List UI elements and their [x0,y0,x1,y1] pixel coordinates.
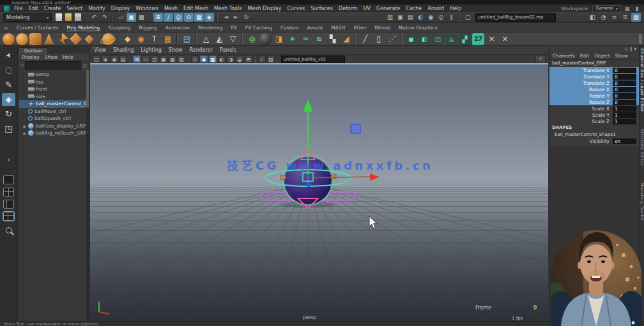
recent-tool-icon[interactable]: ✦ [2,156,15,165]
panel-menu-item[interactable]: Renderer [189,47,213,53]
undo-icon[interactable]: ↶ [89,13,99,22]
shaded-mode-icon[interactable]: ◆ [200,56,208,63]
channel-row[interactable]: Translate Y 0 [549,73,639,80]
menu-item[interactable]: UV [364,6,371,11]
panel-menu-item[interactable]: Show [169,47,183,53]
paint-select-tool-icon[interactable]: ✎ [2,78,15,91]
selection-component-mode-icon[interactable]: ▩ [137,13,146,22]
right-dock-tab[interactable]: Attribute Editor [640,129,644,166]
selection-box[interactable] [351,124,360,133]
open-scene-icon[interactable] [65,13,72,21]
panel-menu-item[interactable]: View [94,47,106,53]
menu-item[interactable]: Edit Mesh [183,6,208,11]
shelf-tab[interactable]: Custom [280,25,299,31]
outliner-item[interactable]: ballRig_noTouch_GRP [19,130,89,137]
menu-item[interactable]: Deform [339,6,358,11]
construction-history-icon[interactable]: ↻ [241,13,251,22]
outliner-item[interactable]: top [19,78,89,86]
layout-split-pane-button[interactable] [3,200,14,209]
sphere-ring-icon[interactable] [102,33,114,45]
separate-mesh-icon[interactable]: ◬ [445,33,457,45]
delete-edge-icon[interactable]: × [499,33,511,45]
file-node-icon[interactable]: ▤ [181,33,193,45]
ring-cv-handle-left[interactable] [280,175,286,179]
poly-bolt-icon[interactable] [56,33,68,45]
channel-speed-icon[interactable]: ∥ [630,47,632,52]
channel-value[interactable]: 0 [613,74,636,80]
poly-cube-icon[interactable] [29,33,42,45]
ipr-render-icon[interactable]: ▤ [406,13,415,22]
shelf-tab[interactable]: Sculpting [108,25,130,31]
menu-item[interactable]: Curves [287,6,305,11]
channel-value[interactable]: 1 [613,119,636,124]
channel-value[interactable]: 0 [613,68,636,73]
select-camera-icon[interactable]: ▢ [93,56,100,63]
poly-torus-icon[interactable] [84,34,93,43]
rotate-tool-icon[interactable]: ↻ [2,108,15,121]
camera-attributes-icon[interactable]: ◉ [111,56,118,63]
channel-value[interactable]: 1 [613,106,636,112]
channel-row[interactable]: Scale Z 1 [549,118,639,124]
bookmarks-icon[interactable]: ▤ [119,56,127,63]
menu-item[interactable]: Windows [135,6,158,11]
right-dock-tab[interactable]: Channel Box / Layer Editor [640,48,644,112]
safe-action-icon[interactable]: ▧ [178,56,185,63]
xgen-icon[interactable]: ∗ [286,33,298,45]
panel-menu-item[interactable]: Lighting [141,47,161,53]
channel-box-menu-item[interactable]: Show [615,53,628,59]
channel-display-mode-icon[interactable]: ▾ [634,47,636,52]
grid-toggle-icon[interactable]: ⊞ [133,56,141,63]
channel-value[interactable]: 0 [613,93,636,99]
workspace-grid-icon[interactable]: ▦ [624,6,631,11]
dashed-curve-icon[interactable]: ⋰ [386,33,398,45]
pause-viewport-icon[interactable]: ‖ [447,13,456,22]
menu-item[interactable]: Mesh [164,6,178,11]
triangulate-icon[interactable]: △ [200,33,212,45]
shelf-tab[interactable]: Rigging [139,25,157,31]
pencil-curve-icon[interactable]: ╱ [359,33,371,45]
channel-box-menu-item[interactable]: Object [594,53,610,59]
shelf-tab[interactable]: XGen [353,25,366,31]
boolean-union-icon[interactable]: ◼ [405,33,417,45]
nurbs-sphere-icon[interactable] [16,33,28,45]
xray-mode-icon[interactable]: ▨ [267,56,275,63]
shelf-tab[interactable]: Poly Modeling [67,25,100,31]
quadrangulate-icon[interactable]: ◭ [213,33,226,45]
snap-to-grid-icon[interactable]: ⊞ [153,13,163,22]
resolution-gate-icon[interactable]: ◫ [151,56,158,63]
panel-menu-item[interactable]: Shading [113,47,134,53]
layout-four-pane-button[interactable] [3,188,14,196]
channel-row[interactable]: Scale X 1 [549,105,639,112]
workspace-lock-icon[interactable]: ▮ [634,6,640,11]
field-chart-icon[interactable]: ▦ [169,56,176,63]
scale-tool-icon[interactable]: ◳ [2,122,15,135]
character-controls-toggle-icon[interactable]: ◔ [599,13,608,22]
channel-row[interactable]: Rotate Z 0 [549,99,639,105]
type-tool-icon[interactable]: T [148,33,160,45]
uv-editor-icon[interactable]: ▯ [372,33,385,45]
poly-sphere-icon[interactable] [3,33,15,45]
layout-single-pane-button[interactable] [3,175,14,184]
zoom-tool-icon[interactable]: ○ [2,223,15,236]
outliner-menu-item[interactable]: Display [22,54,40,60]
panel-menu-item[interactable]: Panels [220,47,236,53]
shelf-menu-icon[interactable]: ≡ [4,26,8,31]
menu-item[interactable]: Surfaces [310,6,333,11]
shelf-tab[interactable]: Arnold [307,25,323,31]
visibility-row[interactable]: Visibility on [549,138,639,144]
menu-item[interactable]: Edit [28,6,38,11]
menu-set-dropdown[interactable]: Modeling ▾ [3,13,52,22]
tool-settings-toggle-icon[interactable]: ≣ [620,13,630,22]
shadows-icon[interactable]: ◑ [227,56,234,63]
search-options-icon[interactable]: ◫ [82,63,87,68]
shelf-tab[interactable]: Bifrost [374,25,390,31]
ring-cv-handle-right[interactable] [331,175,336,179]
shelf-tab[interactable]: FX Caching [245,25,272,31]
save-scene-icon[interactable] [75,13,81,21]
boolean-difference-icon[interactable]: ◧ [418,33,431,45]
shelf-tab[interactable]: Animation [165,25,190,31]
use-all-lights-icon[interactable]: ◐ [218,56,226,63]
selection-hierarchy-mode-icon[interactable]: ▱ [116,13,126,22]
channel-box-menu-item[interactable]: Edit [580,53,590,59]
snap-to-projected-center-icon[interactable]: ⊙ [184,13,194,22]
